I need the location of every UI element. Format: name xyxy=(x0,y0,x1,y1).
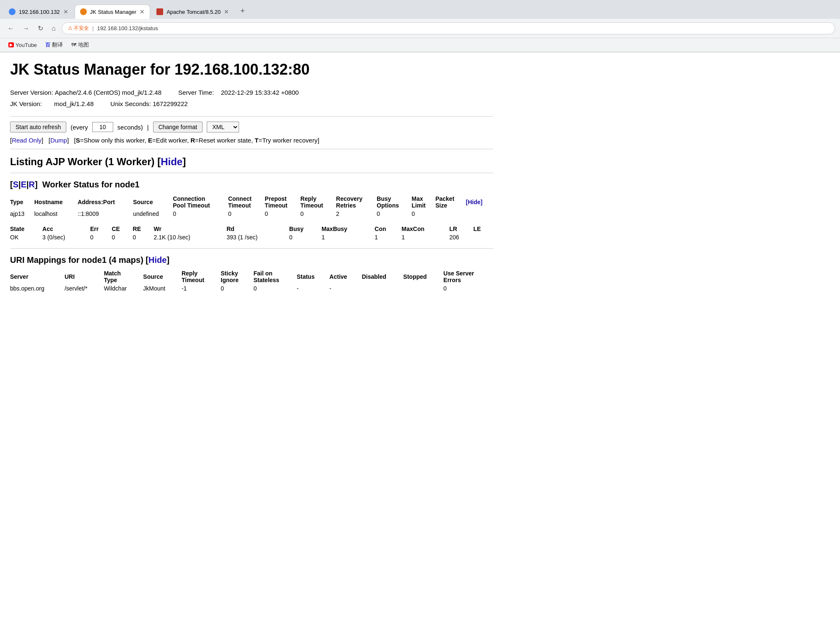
uri-section-title: URI Mappings for node1 (4 maps) [Hide] xyxy=(10,255,493,265)
uri-cell-source: JkMount xyxy=(143,284,182,293)
server-time-label: Server Time: xyxy=(178,87,214,98)
format-select[interactable]: XML JSON HTML Prop xyxy=(207,122,239,132)
uri-col-stopped: Stopped xyxy=(403,269,444,284)
pipe-separator: | xyxy=(147,124,149,131)
bookmark-translate[interactable]: 百 翻译 xyxy=(42,40,66,50)
col-prepost-timeout: PrepostTimeout xyxy=(265,195,300,210)
uri-cell-use-server-errors: 0 xyxy=(443,284,493,293)
uri-col-use-server-errors: Use ServerErrors xyxy=(443,269,493,284)
col-lr: LR xyxy=(449,225,473,233)
uri-col-uri: URI xyxy=(65,269,104,284)
col-busy: Busy xyxy=(289,225,322,233)
table-row: ajp13 localhost ::1:8009 undefined 0 0 0… xyxy=(10,210,493,218)
worker-e-link[interactable]: E xyxy=(21,180,26,189)
col-err: Err xyxy=(90,225,112,233)
server-version-value: Apache/2.4.6 (CentOS) mod_jk/1.2.48 xyxy=(55,87,161,98)
bookmark-translate-label: 翻译 xyxy=(52,41,63,49)
col-recovery-retries: RecoveryRetries xyxy=(336,195,377,210)
col-hide: [Hide] xyxy=(466,195,493,210)
server-time-value: 2022-12-29 15:33:42 +0800 xyxy=(221,87,299,98)
tab-3-close[interactable]: ✕ xyxy=(224,8,229,15)
tab-1-close[interactable]: ✕ xyxy=(63,8,68,15)
server-info: Server Version: Apache/2.4.6 (CentOS) mo… xyxy=(10,87,493,109)
cell-acc: 3 (0/sec) xyxy=(42,233,90,241)
cell-reply-timeout: 0 xyxy=(300,210,336,218)
uri-col-reply-timeout: ReplyTimeout xyxy=(182,269,221,284)
uri-cell-status: - xyxy=(296,284,329,293)
seconds-label: seconds) xyxy=(117,124,143,131)
uri-col-server: Server xyxy=(10,269,65,284)
tab-1[interactable]: 192.168.100.132 ✕ xyxy=(3,5,74,19)
tab-2-label: JK Status Manager xyxy=(90,9,137,15)
col-hostname: Hostname xyxy=(34,195,78,210)
cell-con: 1 xyxy=(374,233,401,241)
address-bar-row: ← → ↻ ⌂ ⚠ 不安全 | 192.168.100.132/jkstatus xyxy=(0,19,840,38)
col-connect-timeout: ConnectTimeout xyxy=(228,195,265,210)
worker-r-link[interactable]: R xyxy=(29,180,35,189)
uri-cell-fail-on-stateless: 0 xyxy=(253,284,296,293)
col-ce: CE xyxy=(112,225,133,233)
address-bar[interactable]: ⚠ 不安全 | 192.168.100.132/jkstatus xyxy=(62,22,835,34)
uri-table: Server URI MatchType Source ReplyTimeout… xyxy=(10,269,493,293)
read-only-link[interactable]: Read Only xyxy=(12,137,42,144)
server-version-label: Server Version: xyxy=(10,87,53,98)
dump-link[interactable]: Dump xyxy=(50,137,67,144)
worker-s-link[interactable]: S xyxy=(13,180,18,189)
server-time-block: Server Time: 2022-12-29 15:33:42 +0800 xyxy=(178,87,299,98)
refresh-interval-input[interactable] xyxy=(92,122,113,132)
divider-4 xyxy=(10,248,493,249)
jk-version-value: mod_jk/1.2.48 xyxy=(54,98,94,109)
tab-1-label: 192.168.100.132 xyxy=(19,9,60,15)
page-content: JK Status Manager for 192.168.100.132:80… xyxy=(0,52,503,301)
uri-cell-reply-timeout: -1 xyxy=(182,284,221,293)
browser-chrome: 192.168.100.132 ✕ JK Status Manager ✕ Ap… xyxy=(0,0,840,52)
tab-2[interactable]: JK Status Manager ✕ xyxy=(75,5,151,19)
ajp-section-title: Listing AJP Worker (1 Worker) [Hide] xyxy=(10,156,493,168)
uri-cell-sticky-ignore: 0 xyxy=(221,284,253,293)
reload-button[interactable]: ↻ xyxy=(35,23,46,34)
cell-max-limit: 0 xyxy=(412,210,436,218)
tab-3[interactable]: Apache Tomcat/8.5.20 ✕ xyxy=(151,5,234,19)
jk-version-block: JK Version: mod_jk/1.2.48 xyxy=(10,98,94,109)
col-maxcon: MaxCon xyxy=(402,225,450,233)
forward-button[interactable]: → xyxy=(20,23,32,34)
unix-seconds-block: Unix Seconds: 1672299222 xyxy=(110,98,187,109)
controls-row: Start auto refresh (every seconds) | Cha… xyxy=(10,122,493,132)
cell-type: ajp13 xyxy=(10,210,34,218)
cell-prepost-timeout: 0 xyxy=(265,210,300,218)
col-source: Source xyxy=(133,195,173,210)
tab-2-close[interactable]: ✕ xyxy=(140,8,145,15)
uri-col-match-type: MatchType xyxy=(104,269,143,284)
start-refresh-button[interactable]: Start auto refresh xyxy=(10,122,66,132)
ajp-hide-link[interactable]: Hide xyxy=(161,156,182,167)
back-button[interactable]: ← xyxy=(5,23,17,34)
uri-hide-link[interactable]: Hide xyxy=(148,255,166,265)
cell-wr: 2.1K (10 /sec) xyxy=(154,233,227,241)
cell-rd: 393 (1 /sec) xyxy=(226,233,289,241)
col-rd: Rd xyxy=(226,225,289,233)
translate-favicon: 百 xyxy=(45,42,50,49)
uri-col-disabled: Disabled xyxy=(362,269,403,284)
bookmark-map[interactable]: 🗺 地图 xyxy=(68,40,92,50)
uri-col-source: Source xyxy=(143,269,182,284)
worker-table-2: State Acc Err CE RE Wr Rd Busy MaxBusy C… xyxy=(10,225,493,241)
tab-3-favicon xyxy=(156,8,163,15)
home-button[interactable]: ⌂ xyxy=(49,23,58,34)
youtube-favicon: ▶ xyxy=(8,42,14,47)
new-tab-button[interactable]: + xyxy=(235,3,250,19)
uri-cell-uri: /servlet/* xyxy=(65,284,104,293)
worker-status-title: [S|E|R] Worker Status for node1 xyxy=(10,180,493,189)
divider-2 xyxy=(10,149,493,149)
bookmark-youtube[interactable]: ▶ YouTube xyxy=(5,41,40,49)
change-format-button[interactable]: Change format xyxy=(153,122,203,132)
table-row: bbs.open.org /servlet/* Wildchar JkMount… xyxy=(10,284,493,293)
bookmark-map-label: 地图 xyxy=(78,41,89,49)
cell-conn-pool: 0 xyxy=(173,210,228,218)
col-con: Con xyxy=(374,225,401,233)
worker-hide-link[interactable]: [Hide] xyxy=(466,199,483,205)
cell-hide-placeholder xyxy=(466,210,493,218)
cell-maxcon: 1 xyxy=(402,233,450,241)
tab-3-label: Apache Tomcat/8.5.20 xyxy=(166,9,221,15)
uri-cell-active: - xyxy=(330,284,362,293)
uri-col-active: Active xyxy=(330,269,362,284)
